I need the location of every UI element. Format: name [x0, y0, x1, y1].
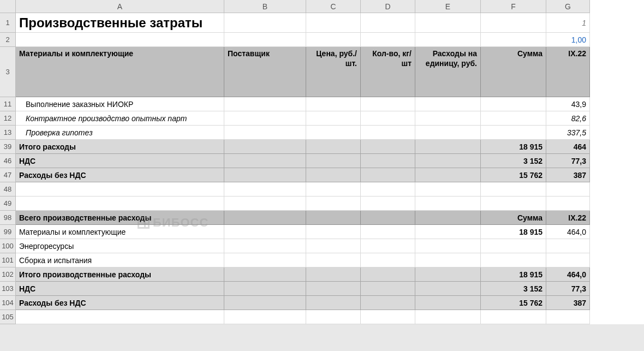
row-header-105[interactable]: 105 — [0, 310, 16, 324]
select-all-corner[interactable] — [0, 0, 16, 13]
row-header-103[interactable]: 103 — [0, 282, 16, 296]
cell-F105[interactable] — [481, 310, 546, 324]
cell-D102[interactable] — [361, 267, 415, 282]
cell-F99[interactable]: 18 915 — [481, 225, 546, 239]
cell-B100[interactable] — [224, 239, 306, 253]
row-header-2[interactable]: 2 — [0, 33, 16, 47]
cell-A39[interactable]: Итого расходы — [16, 140, 224, 154]
cell-C103[interactable] — [306, 282, 361, 296]
cell-D98[interactable] — [361, 211, 415, 225]
cell-G1[interactable]: 1 — [546, 13, 590, 33]
cell-C99[interactable] — [306, 225, 361, 239]
cell-D99[interactable] — [361, 225, 415, 239]
cell-C48[interactable] — [306, 182, 361, 197]
cell-F47[interactable]: 15 762 — [481, 168, 546, 182]
cell-E102[interactable] — [415, 267, 481, 282]
cell-G11[interactable]: 43,9 — [546, 97, 590, 111]
cell-B102[interactable] — [224, 267, 306, 282]
cell-A101[interactable]: Сборка и испытания — [16, 253, 224, 267]
cell-G3[interactable]: IX.22 — [546, 47, 590, 97]
cell-B3[interactable]: Поставщик — [224, 47, 306, 97]
cell-D103[interactable] — [361, 282, 415, 296]
cell-A3[interactable]: Материалы и комплектующие — [16, 47, 224, 97]
cell-B13[interactable] — [224, 126, 306, 140]
cell-A46[interactable]: НДС — [16, 154, 224, 168]
cell-E3[interactable]: Расходы на единицу, руб. — [415, 47, 481, 97]
cell-B103[interactable] — [224, 282, 306, 296]
cell-E39[interactable] — [415, 140, 481, 154]
cell-B1[interactable] — [224, 13, 306, 33]
row-header-104[interactable]: 104 — [0, 296, 16, 310]
cell-G101[interactable] — [546, 253, 590, 267]
cell-E11[interactable] — [415, 97, 481, 111]
col-header-C[interactable]: C — [306, 0, 361, 13]
cell-F3[interactable]: Сумма — [481, 47, 546, 97]
cell-C47[interactable] — [306, 168, 361, 182]
row-header-98[interactable]: 98 — [0, 211, 16, 225]
row-header-3[interactable]: 3 — [0, 47, 16, 97]
cell-A49[interactable] — [16, 197, 224, 211]
cell-E101[interactable] — [415, 253, 481, 267]
cell-F1[interactable] — [481, 13, 546, 33]
cell-C98[interactable] — [306, 211, 361, 225]
cell-D13[interactable] — [361, 126, 415, 140]
cell-D3[interactable]: Кол-во, кг/шт — [361, 47, 415, 97]
cell-A103[interactable]: НДС — [16, 282, 224, 296]
row-header-13[interactable]: 13 — [0, 126, 16, 140]
cell-B2[interactable] — [224, 33, 306, 47]
cell-B46[interactable] — [224, 154, 306, 168]
cell-B48[interactable] — [224, 182, 306, 197]
cell-E98[interactable] — [415, 211, 481, 225]
cell-G48[interactable] — [546, 182, 590, 197]
cell-F104[interactable]: 15 762 — [481, 296, 546, 310]
cell-F46[interactable]: 3 152 — [481, 154, 546, 168]
cell-E103[interactable] — [415, 282, 481, 296]
cell-F48[interactable] — [481, 182, 546, 197]
cell-E47[interactable] — [415, 168, 481, 182]
cell-D12[interactable] — [361, 111, 415, 126]
cell-C49[interactable] — [306, 197, 361, 211]
cell-C100[interactable] — [306, 239, 361, 253]
cell-C102[interactable] — [306, 267, 361, 282]
row-header-101[interactable]: 101 — [0, 253, 16, 267]
cell-E99[interactable] — [415, 225, 481, 239]
cell-E104[interactable] — [415, 296, 481, 310]
row-header-100[interactable]: 100 — [0, 239, 16, 253]
cell-F101[interactable] — [481, 253, 546, 267]
col-header-F[interactable]: F — [481, 0, 546, 13]
cell-D1[interactable] — [361, 13, 415, 33]
cell-C101[interactable] — [306, 253, 361, 267]
cell-A48[interactable] — [16, 182, 224, 197]
cell-B104[interactable] — [224, 296, 306, 310]
cell-D2[interactable] — [361, 33, 415, 47]
cell-E49[interactable] — [415, 197, 481, 211]
cell-C12[interactable] — [306, 111, 361, 126]
cell-D101[interactable] — [361, 253, 415, 267]
cell-G104[interactable]: 387 — [546, 296, 590, 310]
cell-G100[interactable] — [546, 239, 590, 253]
col-header-A[interactable]: A — [16, 0, 224, 13]
cell-A100[interactable]: Энергоресурсы — [16, 239, 224, 253]
row-header-46[interactable]: 46 — [0, 154, 16, 168]
cell-E2[interactable] — [415, 33, 481, 47]
cell-G2[interactable]: 1,00 — [546, 33, 590, 47]
cell-B101[interactable] — [224, 253, 306, 267]
cell-C11[interactable] — [306, 97, 361, 111]
cell-B49[interactable] — [224, 197, 306, 211]
col-header-G[interactable]: G — [546, 0, 590, 13]
row-header-39[interactable]: 39 — [0, 140, 16, 154]
cell-D47[interactable] — [361, 168, 415, 182]
cell-A13[interactable]: Проверка гипотез — [16, 126, 224, 140]
cell-C104[interactable] — [306, 296, 361, 310]
cell-F102[interactable]: 18 915 — [481, 267, 546, 282]
cell-G13[interactable]: 337,5 — [546, 126, 590, 140]
cell-F98[interactable]: Сумма — [481, 211, 546, 225]
cell-D100[interactable] — [361, 239, 415, 253]
cell-C46[interactable] — [306, 154, 361, 168]
cell-E105[interactable] — [415, 310, 481, 324]
row-header-11[interactable]: 11 — [0, 97, 16, 111]
col-header-D[interactable]: D — [361, 0, 415, 13]
cell-F103[interactable]: 3 152 — [481, 282, 546, 296]
cell-F13[interactable] — [481, 126, 546, 140]
row-header-47[interactable]: 47 — [0, 168, 16, 182]
